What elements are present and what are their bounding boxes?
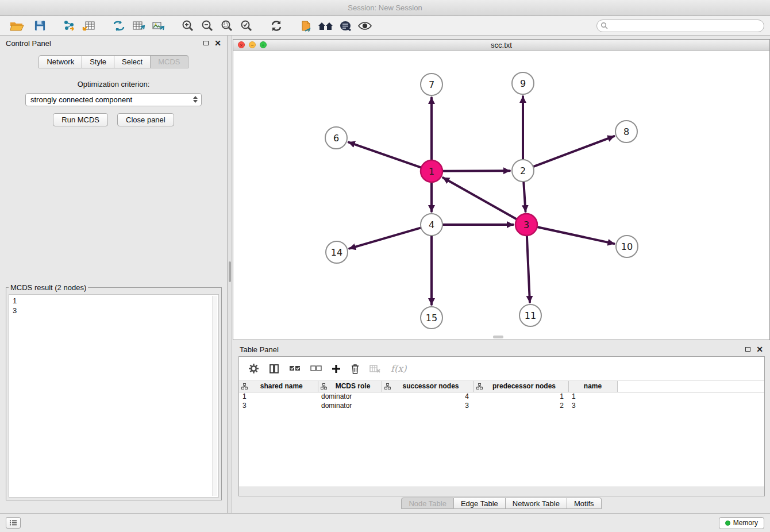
mcds-result-area[interactable]: 1 3 xyxy=(9,294,219,498)
graph-node-8[interactable]: 8 xyxy=(615,121,637,142)
graph-node-7[interactable]: 7 xyxy=(421,74,442,95)
show-columns-button[interactable] xyxy=(269,364,279,374)
select-all-columns-button[interactable] xyxy=(289,365,301,373)
home-layout-button[interactable] xyxy=(316,18,336,34)
export-table-icon xyxy=(132,20,145,32)
search-input[interactable] xyxy=(609,21,764,31)
export-table-button[interactable] xyxy=(129,18,148,34)
close-panel-icon[interactable]: ✕ xyxy=(214,39,221,47)
edge-3-11[interactable] xyxy=(527,236,530,302)
tab-node-table[interactable]: Node Table xyxy=(401,498,454,509)
refresh-button[interactable] xyxy=(267,18,286,34)
svg-text:14: 14 xyxy=(331,247,342,258)
zoom-in-button[interactable] xyxy=(178,18,198,34)
copy-style-button[interactable] xyxy=(297,18,316,34)
graph-node-4[interactable]: 4 xyxy=(421,214,442,236)
import-table-button[interactable] xyxy=(79,18,99,34)
unselect-all-columns-button[interactable] xyxy=(310,365,322,373)
table-cell[interactable]: 2 xyxy=(473,401,568,410)
graph-node-6[interactable]: 6 xyxy=(325,127,347,149)
table-row[interactable]: 1dominator411 xyxy=(239,392,764,401)
close-panel-button[interactable]: Close panel xyxy=(117,113,174,126)
table-body-area[interactable] xyxy=(239,410,764,487)
columns-icon xyxy=(269,364,279,374)
save-session-button[interactable] xyxy=(30,18,49,34)
delete-column-button[interactable] xyxy=(351,364,360,374)
edge-3-1[interactable] xyxy=(443,178,517,219)
svg-text:15: 15 xyxy=(426,313,437,323)
table-float-icon[interactable] xyxy=(745,347,750,352)
col-successor-nodes[interactable]: successor nodes xyxy=(382,381,473,392)
tab-edge-table[interactable]: Edge Table xyxy=(454,498,506,509)
edge-2-3[interactable] xyxy=(523,182,525,211)
table-cell[interactable]: 1 xyxy=(568,392,617,401)
column-type-icon xyxy=(476,383,483,390)
table-row[interactable]: 3dominator323 xyxy=(239,401,764,410)
delete-table-button[interactable] xyxy=(369,364,381,373)
export-image-button[interactable] xyxy=(148,18,168,34)
col-shared-name[interactable]: shared name xyxy=(239,381,318,392)
table-panel: Table Panel ✕ xyxy=(233,342,770,509)
table-settings-button[interactable] xyxy=(248,363,259,374)
tab-style[interactable]: Style xyxy=(82,55,114,68)
run-mcds-button[interactable]: Run MCDS xyxy=(53,113,108,126)
table-cell[interactable]: dominator xyxy=(318,401,382,410)
network-window-title: scc.txt xyxy=(233,41,769,49)
table-cell[interactable]: dominator xyxy=(318,392,382,401)
create-column-button[interactable] xyxy=(332,364,341,373)
network-transfer-button[interactable] xyxy=(109,18,129,34)
tab-select[interactable]: Select xyxy=(114,55,151,68)
table-cell[interactable]: 3 xyxy=(382,401,473,410)
tab-mcds[interactable]: MCDS xyxy=(151,55,188,68)
graph-node-1[interactable]: 1 xyxy=(421,160,442,182)
tab-network-table[interactable]: Network Table xyxy=(506,498,567,509)
zoom-in-icon xyxy=(182,20,194,32)
edge-1-6[interactable] xyxy=(349,142,421,168)
table-cell[interactable]: 3 xyxy=(568,401,617,410)
graph-node-3[interactable]: 3 xyxy=(515,214,537,236)
task-history-button[interactable] xyxy=(6,517,21,529)
table-cell[interactable]: 1 xyxy=(239,392,318,401)
search-box[interactable] xyxy=(596,20,764,32)
import-network-button[interactable] xyxy=(60,18,79,34)
edge-3-10[interactable] xyxy=(538,227,614,244)
graph-node-14[interactable]: 14 xyxy=(326,241,348,263)
criterion-dropdown[interactable]: strongly connected component xyxy=(25,93,202,106)
graph-node-2[interactable]: 2 xyxy=(512,160,534,182)
edge-1-2[interactable] xyxy=(443,171,510,171)
open-session-button[interactable] xyxy=(7,18,26,34)
table-cell[interactable]: 1 xyxy=(473,392,568,401)
canvas-hscrollbar[interactable] xyxy=(493,336,503,338)
zoom-out-button[interactable] xyxy=(198,18,217,34)
show-graphics-details-button[interactable] xyxy=(355,18,375,34)
memory-button[interactable]: Memory xyxy=(719,517,764,529)
network-graph[interactable]: 7968124314101511 xyxy=(233,51,769,340)
col-predecessor-nodes[interactable]: predecessor nodes xyxy=(473,381,568,392)
edge-2-8[interactable] xyxy=(534,136,614,167)
graph-node-15[interactable]: 15 xyxy=(421,307,442,329)
table-cell[interactable]: 3 xyxy=(239,401,318,410)
column-type-icon xyxy=(321,383,327,390)
table-cell[interactable]: 4 xyxy=(382,392,473,401)
tab-network[interactable]: Network xyxy=(38,55,82,68)
col-mcds-role[interactable]: MCDS role xyxy=(318,381,382,392)
table-close-icon[interactable]: ✕ xyxy=(756,345,763,353)
function-builder-button[interactable]: f(x) xyxy=(391,363,406,374)
zoom-fit-button[interactable] xyxy=(217,18,237,34)
table-header-row: shared name MCDS role successor nodes pr… xyxy=(239,381,764,392)
result-scrollbar[interactable] xyxy=(212,296,217,496)
window-title: Session: New Session xyxy=(348,3,422,12)
network-canvas[interactable]: 7968124314101511 xyxy=(233,51,769,340)
divider-handle[interactable] xyxy=(229,261,231,282)
select-all-icon xyxy=(289,365,301,373)
table-hscrollbar[interactable] xyxy=(239,487,764,496)
graph-node-11[interactable]: 11 xyxy=(519,304,541,326)
edge-4-14[interactable] xyxy=(349,228,421,249)
float-panel-icon[interactable] xyxy=(203,41,209,45)
apply-style-button[interactable] xyxy=(336,18,355,34)
graph-node-9[interactable]: 9 xyxy=(512,72,534,94)
col-name[interactable]: name xyxy=(568,381,617,392)
zoom-selected-button[interactable] xyxy=(237,18,256,34)
graph-node-10[interactable]: 10 xyxy=(616,236,638,257)
tab-motifs[interactable]: Motifs xyxy=(567,498,602,509)
